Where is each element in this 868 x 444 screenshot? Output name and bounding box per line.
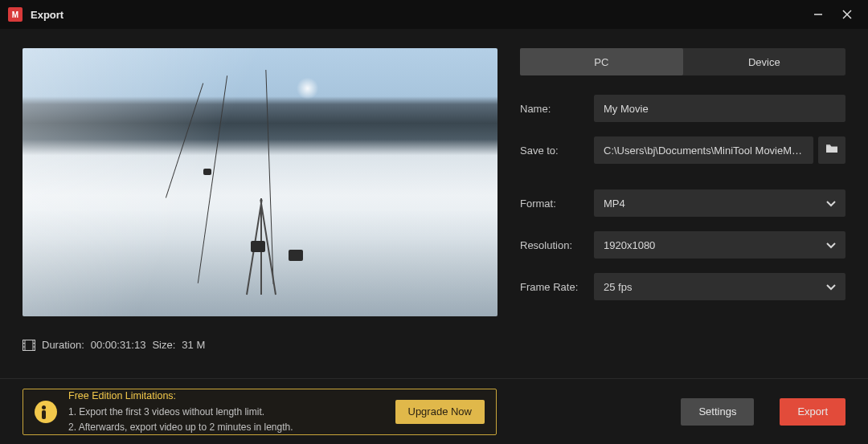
window-title: Export [31,9,63,21]
format-label: Format: [520,198,583,210]
duration-label: Duration: [42,339,84,351]
info-icon [35,401,57,423]
close-button[interactable] [833,0,862,29]
browse-folder-button[interactable] [818,136,845,164]
film-icon [23,340,35,351]
frame-rate-select[interactable]: 25 fps [594,273,845,300]
resolution-label: Resolution: [520,239,583,251]
export-button[interactable]: Export [780,398,845,426]
limitations-header: Free Edition Limitations: [68,389,384,403]
chevron-down-icon [826,198,836,210]
chevron-down-icon [826,281,836,293]
save-to-input[interactable] [594,136,813,164]
name-input[interactable] [594,95,845,122]
format-value: MP4 [604,198,625,210]
tab-pc[interactable]: PC [520,48,683,75]
resolution-select[interactable]: 1920x1080 [594,231,845,259]
upgrade-now-button[interactable]: Upgrade Now [395,400,485,424]
frame-rate-label: Frame Rate: [520,281,583,293]
chevron-down-icon [826,239,836,251]
limitations-line-1: 1. Export the first 3 videos without len… [68,405,384,418]
frame-rate-value: 25 fps [604,281,632,293]
video-meta: Duration: 00:00:31:13 Size: 31 M [23,339,497,351]
video-preview [23,48,497,316]
save-to-label: Save to: [520,145,583,157]
size-value: 31 M [182,339,205,351]
export-target-tabs: PC Device [520,48,845,75]
folder-icon [825,143,838,157]
minimize-button[interactable] [804,0,833,29]
duration-value: 00:00:31:13 [91,339,146,351]
settings-button[interactable]: Settings [681,398,754,426]
limitations-box: Free Edition Limitations: 1. Export the … [23,389,497,435]
limitations-line-2: 2. Afterwards, export video up to 2 minu… [68,421,384,434]
format-select[interactable]: MP4 [594,189,845,217]
tab-device[interactable]: Device [683,48,846,75]
resolution-value: 1920x1080 [604,239,655,251]
titlebar: M Export [0,0,868,29]
app-icon: M [8,7,23,22]
name-label: Name: [520,103,583,115]
size-label: Size: [152,339,175,351]
